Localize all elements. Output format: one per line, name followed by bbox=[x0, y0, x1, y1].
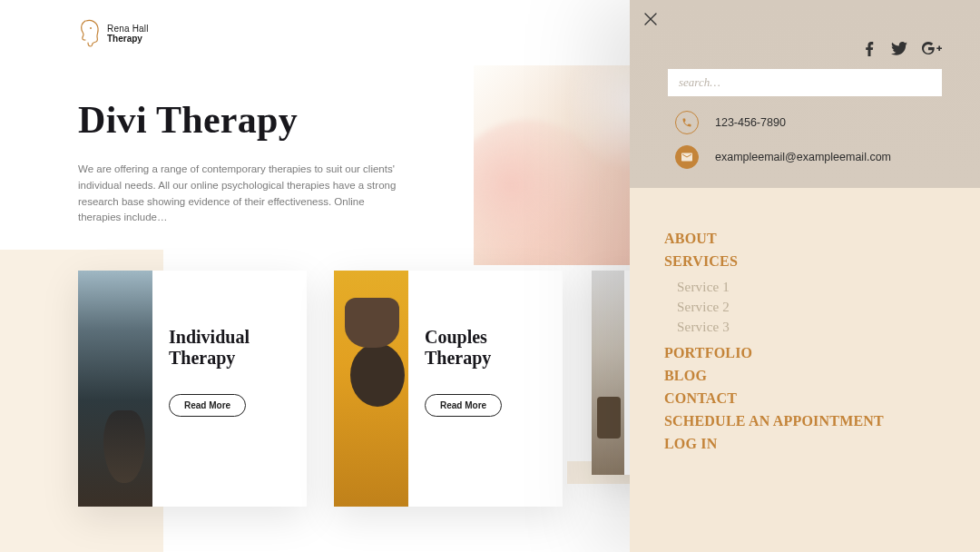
card-image-individual bbox=[78, 271, 152, 507]
panel-nav: ABOUT SERVICES Service 1 Service 2 Servi… bbox=[664, 231, 884, 452]
read-more-button[interactable]: Read More bbox=[425, 394, 502, 417]
site-logo[interactable]: Rena Hall Therapy bbox=[78, 18, 149, 49]
nav-schedule[interactable]: SCHEDULE AN APPOINTMENT bbox=[664, 413, 884, 429]
search-input[interactable] bbox=[679, 75, 931, 90]
therapy-cards: Individual Therapy Read More Couples The… bbox=[78, 271, 563, 507]
contact-email[interactable]: exampleemail@exampleemail.com bbox=[675, 145, 891, 169]
card-title: Individual Therapy bbox=[169, 327, 289, 369]
side-panel: 123-456-7890 exampleemail@exampleemail.c… bbox=[630, 0, 980, 552]
nav-service-2[interactable]: Service 2 bbox=[677, 300, 884, 315]
logo-head-icon bbox=[78, 18, 102, 49]
close-button[interactable] bbox=[641, 9, 661, 29]
twitter-icon[interactable] bbox=[891, 42, 907, 60]
logo-name: Rena Hall bbox=[107, 24, 149, 34]
nav-login[interactable]: LOG IN bbox=[664, 436, 884, 452]
svg-point-0 bbox=[90, 27, 92, 29]
nav-blog[interactable]: BLOG bbox=[664, 368, 884, 384]
page-title: Divi Therapy bbox=[78, 98, 459, 142]
nav-service-1[interactable]: Service 1 bbox=[677, 280, 884, 295]
intro-text: We are offering a range of contemporary … bbox=[78, 162, 405, 226]
card-title: Couples Therapy bbox=[425, 327, 544, 369]
contact-phone[interactable]: 123-456-7890 bbox=[675, 111, 891, 134]
nav-contact[interactable]: CONTACT bbox=[664, 390, 884, 407]
nav-service-3[interactable]: Service 3 bbox=[677, 320, 884, 335]
read-more-button[interactable]: Read More bbox=[169, 394, 246, 417]
nav-about[interactable]: ABOUT bbox=[664, 231, 884, 247]
logo-sub: Therapy bbox=[107, 34, 149, 44]
logo-text: Rena Hall Therapy bbox=[107, 24, 149, 44]
search-box[interactable] bbox=[668, 69, 942, 96]
facebook-icon[interactable] bbox=[862, 42, 877, 60]
phone-icon bbox=[675, 111, 699, 134]
nav-portfolio[interactable]: PORTFOLIO bbox=[664, 345, 884, 361]
phone-text: 123-456-7890 bbox=[715, 116, 786, 129]
card-couples-therapy[interactable]: Couples Therapy Read More bbox=[334, 271, 563, 507]
card-individual-therapy[interactable]: Individual Therapy Read More bbox=[78, 271, 307, 507]
email-icon bbox=[675, 145, 699, 169]
google-plus-icon[interactable] bbox=[922, 42, 942, 60]
close-icon bbox=[644, 13, 657, 25]
card-image-couples bbox=[334, 271, 408, 507]
card-image-peek bbox=[592, 271, 624, 475]
nav-services[interactable]: SERVICES bbox=[664, 253, 884, 270]
email-text: exampleemail@exampleemail.com bbox=[715, 151, 891, 163]
